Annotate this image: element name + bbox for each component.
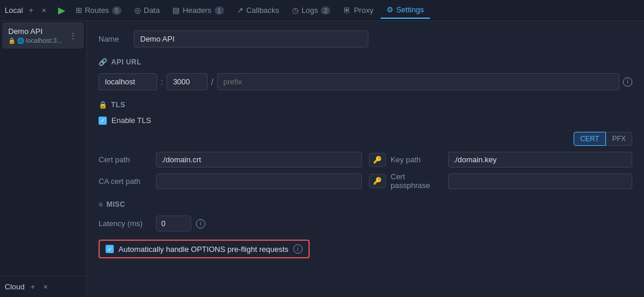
workspace-label: Local	[5, 6, 23, 15]
cert-fields: Cert path 🔑 Key path CA cert path 🔑	[99, 152, 632, 190]
cert-passphrase-label: Cert passphrase	[391, 172, 443, 190]
cert-path-label: Cert path	[99, 155, 151, 164]
cert-toggle-row: CERT PFX	[99, 132, 632, 146]
ca-cert-path-input[interactable]	[156, 173, 362, 189]
cert-path-input[interactable]	[156, 152, 362, 168]
cert-tab-pfx-button[interactable]: PFX	[606, 132, 632, 146]
api-url-row: : / i	[99, 73, 632, 90]
cert-passphrase-row: 🔑 Cert passphrase	[369, 172, 632, 190]
misc-icon: ≡	[99, 200, 103, 209]
name-label: Name	[99, 35, 128, 43]
cert-path-row: Cert path	[99, 152, 362, 168]
tls-section-header: 🔒 TLS	[99, 101, 632, 109]
latency-info-icon[interactable]: i	[196, 219, 205, 228]
tab-logs[interactable]: ◷ Logs 2	[286, 2, 336, 18]
tab-proxy[interactable]: ⛨ Proxy	[337, 2, 379, 18]
slash-separator: /	[211, 77, 213, 87]
name-input[interactable]	[134, 30, 368, 47]
add-cloud-button[interactable]: +	[28, 281, 38, 292]
misc-section-header: ≡ Misc	[99, 200, 632, 209]
ca-cert-path-label: CA cert path	[99, 177, 151, 186]
sidebar-api-info: Demo API 🔒 🌐 localhost:3...	[8, 27, 62, 44]
add-workspace-button[interactable]: +	[26, 5, 36, 16]
tab-routes[interactable]: ⊞ Routes 5	[70, 2, 127, 18]
content-area: Name 🔗 API URL : / i 🔒 TLS ✓	[87, 21, 644, 297]
close-cloud-button[interactable]: ×	[41, 281, 50, 292]
api-url-info-icon[interactable]: i	[623, 77, 632, 87]
enable-tls-row: ✓ Enable TLS	[99, 116, 632, 125]
tls-section: 🔒 TLS ✓ Enable TLS CERT PFX Cert path	[99, 101, 632, 190]
cert-tab-cert-button[interactable]: CERT	[574, 132, 605, 146]
data-icon: ◎	[134, 6, 141, 15]
main-content: Demo API 🔒 🌐 localhost:3... ⋮ Cloud + × …	[0, 21, 644, 297]
colon-separator: :	[161, 77, 163, 87]
api-url-section-header: 🔗 API URL	[99, 58, 632, 66]
sidebar-bottom: Cloud + ×	[0, 276, 86, 297]
key-path-row: 🔑 Key path	[369, 152, 632, 168]
latency-input[interactable]	[156, 216, 191, 231]
tab-headers[interactable]: ▤ Headers 1	[167, 2, 229, 18]
misc-section: ≡ Misc Latency (ms) i ✓ Automatically ha…	[99, 200, 632, 258]
options-label: Automatically handle OPTIONS pre-flight …	[118, 245, 289, 254]
callbacks-icon: ↗	[237, 6, 243, 15]
tab-callbacks[interactable]: ↗ Callbacks	[231, 2, 285, 18]
latency-label: Latency (ms)	[99, 219, 151, 228]
cert-passphrase-input[interactable]	[448, 173, 632, 189]
sidebar-api-url-text: localhost:3...	[26, 37, 62, 44]
enable-tls-checkbox[interactable]: ✓	[99, 117, 107, 125]
ca-cert-path-row: CA cert path	[99, 172, 362, 190]
sidebar-api-name: Demo API	[8, 27, 62, 36]
play-button[interactable]: ▶	[56, 5, 67, 16]
close-workspace-button[interactable]: ×	[39, 5, 49, 16]
workspace-section: Local + ×	[5, 5, 49, 16]
key-path-input[interactable]	[448, 152, 632, 168]
sidebar: Demo API 🔒 🌐 localhost:3... ⋮ Cloud + ×	[0, 21, 87, 297]
settings-icon: ⚙	[387, 5, 394, 14]
link-icon: 🔗	[99, 58, 108, 66]
options-row: ✓ Automatically handle OPTIONS pre-fligh…	[99, 240, 310, 258]
url-host-input[interactable]	[99, 73, 157, 90]
cloud-label: Cloud	[5, 282, 25, 291]
proxy-icon: ⛨	[343, 6, 351, 15]
lock-icon: 🔒	[8, 37, 15, 44]
sidebar-item-demo-api[interactable]: Demo API 🔒 🌐 localhost:3... ⋮	[2, 22, 84, 49]
key-path-icon-button[interactable]: 🔑	[369, 153, 386, 167]
api-menu-button[interactable]: ⋮	[68, 30, 78, 41]
url-prefix-input[interactable]	[217, 73, 619, 90]
logs-icon: ◷	[292, 6, 299, 15]
routes-icon: ⊞	[76, 6, 82, 15]
tab-settings[interactable]: ⚙ Settings	[381, 2, 430, 19]
globe-icon: 🌐	[17, 37, 24, 44]
tab-bar: ⊞ Routes 5 ◎ Data ▤ Headers 1 ↗ Callback…	[70, 2, 639, 19]
options-info-icon[interactable]: i	[293, 244, 303, 254]
sidebar-api-url-row: 🔒 🌐 localhost:3...	[8, 37, 62, 44]
url-port-input[interactable]	[167, 73, 208, 90]
key-path-label: Key path	[391, 155, 443, 164]
enable-tls-label: Enable TLS	[111, 116, 151, 125]
lock-tls-icon: 🔒	[99, 101, 108, 109]
tab-data[interactable]: ◎ Data	[128, 2, 165, 18]
latency-row: Latency (ms) i	[99, 216, 632, 231]
name-row: Name	[99, 30, 632, 47]
options-checkbox[interactable]: ✓	[106, 245, 114, 253]
top-bar: Local + × ▶ ⊞ Routes 5 ◎ Data ▤ Headers …	[0, 0, 644, 21]
cert-passphrase-icon-button[interactable]: 🔑	[369, 174, 386, 188]
headers-icon: ▤	[172, 6, 179, 15]
